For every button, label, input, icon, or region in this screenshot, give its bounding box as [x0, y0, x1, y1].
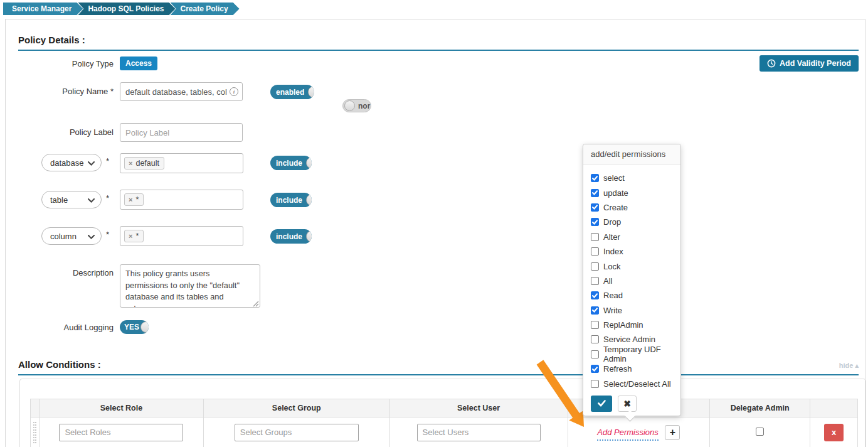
permission-item-repladmin[interactable]: ReplAdmin — [591, 318, 673, 332]
add-validity-period-button[interactable]: Add Validity Period — [760, 55, 859, 72]
checkbox-checked-icon[interactable] — [591, 306, 599, 315]
permission-item-update[interactable]: update — [591, 185, 673, 200]
resource-select-value: table — [50, 195, 68, 205]
remove-chip-icon[interactable]: × — [129, 159, 132, 167]
permission-label: Alter — [603, 232, 620, 242]
permission-label: Temporary UDF Admin — [603, 345, 673, 364]
required-asterisk: * — [106, 156, 109, 166]
add-permissions-plus-button[interactable]: + — [665, 425, 680, 440]
permission-label: Create — [603, 203, 628, 212]
checkbox-checked-icon[interactable] — [591, 174, 599, 182]
allow-conditions-title: Allow Conditions : — [18, 359, 101, 370]
required-asterisk: * — [106, 193, 109, 203]
select-roles-input[interactable] — [59, 424, 183, 441]
breadcrumb-service-manager[interactable]: Service Manager — [3, 3, 83, 15]
checkbox-unchecked-icon[interactable] — [591, 335, 599, 343]
delegate-admin-header: Delegate Admin — [710, 399, 810, 417]
info-icon[interactable]: i — [230, 87, 238, 96]
checkbox-unchecked-icon[interactable] — [591, 247, 599, 256]
checkbox-unchecked-icon[interactable] — [591, 233, 599, 241]
description-label: Description — [6, 268, 114, 277]
drag-handle-icon[interactable] — [33, 422, 36, 443]
breadcrumb-create-policy: Create Policy — [171, 3, 240, 15]
select-role-header: Select Role — [39, 399, 203, 417]
table-value-input[interactable]: × * — [120, 190, 243, 210]
remove-chip-icon[interactable]: × — [129, 232, 132, 240]
policy-enabled-toggle[interactable]: enabled — [270, 85, 314, 99]
checkbox-unchecked-icon[interactable] — [591, 262, 599, 271]
audit-logging-label: Audit Logging — [6, 323, 114, 332]
breadcrumb-hadoop-sql-policies[interactable]: Hadoop SQL Policies — [78, 3, 175, 15]
cancel-permissions-button[interactable]: ✖ — [618, 396, 637, 412]
description-textarea[interactable]: This policy grants users permissions to … — [120, 264, 260, 308]
chevron-up-icon: ▴ — [855, 362, 859, 369]
checkbox-unchecked-icon[interactable] — [591, 277, 599, 285]
column-include-toggle[interactable]: include — [270, 229, 312, 244]
permission-label: Refresh — [603, 364, 632, 374]
checkbox-unchecked-icon[interactable] — [591, 350, 599, 358]
column-value-input[interactable]: × * — [120, 226, 243, 246]
resource-type-select-column[interactable]: column — [41, 227, 102, 245]
checkbox-checked-icon[interactable] — [591, 291, 599, 299]
permission-item-lock[interactable]: Lock — [591, 259, 673, 273]
permission-item-all[interactable]: All — [591, 274, 673, 288]
enabled-toggle-label: enabled — [276, 88, 304, 97]
permission-item-write[interactable]: Write — [591, 303, 673, 318]
x-icon: x — [832, 428, 836, 437]
popup-title: add/edit permissions — [583, 144, 680, 164]
drag-handle-cell[interactable] — [31, 417, 40, 447]
permission-item-index[interactable]: Index — [591, 244, 673, 259]
checkbox-unchecked-icon[interactable] — [591, 321, 599, 329]
add-permissions-link[interactable]: Add Permissions — [597, 428, 659, 441]
checkbox-unchecked-icon[interactable] — [591, 380, 599, 388]
checkbox-checked-icon[interactable] — [591, 189, 599, 197]
drag-column-header — [31, 399, 40, 417]
resource-type-select-table[interactable]: table — [41, 191, 102, 208]
hide-section-link[interactable]: hide ▴ — [839, 362, 859, 370]
include-toggle-label: include — [276, 159, 302, 168]
select-groups-input[interactable] — [235, 424, 359, 441]
select-role-cell — [39, 417, 203, 447]
permission-item-select-deselect-all[interactable]: Select/Deselect All — [591, 376, 673, 390]
permission-label: select — [603, 173, 625, 183]
resize-grip-icon[interactable] — [253, 299, 259, 309]
permission-item-drop[interactable]: Drop — [591, 215, 673, 229]
database-include-toggle[interactable]: include — [270, 156, 312, 170]
resource-select-value: database — [50, 158, 84, 168]
checkbox-checked-icon[interactable] — [591, 203, 599, 212]
delegate-admin-checkbox[interactable] — [756, 428, 764, 436]
policy-type-badge: Access — [120, 57, 157, 70]
permission-label: ReplAdmin — [603, 320, 643, 330]
remove-chip-icon[interactable]: × — [129, 196, 132, 203]
checkbox-checked-icon[interactable] — [591, 218, 599, 226]
breadcrumb: Service Manager Hadoop SQL Policies Crea… — [3, 3, 235, 15]
delete-row-button[interactable]: x — [824, 424, 844, 441]
database-value-input[interactable]: × default — [120, 153, 243, 173]
permission-item-create[interactable]: Create — [591, 200, 673, 215]
permission-item-read[interactable]: Read — [591, 288, 673, 303]
table-header-row: Select Role Select Group Select User Del… — [31, 399, 858, 417]
permission-label: Service Admin — [603, 335, 655, 344]
checkbox-checked-icon[interactable] — [591, 365, 599, 373]
delegate-admin-cell — [710, 417, 810, 447]
permission-item-select[interactable]: select — [591, 171, 673, 185]
resource-chip[interactable]: × * — [124, 193, 144, 206]
policy-name-label: Policy Name * — [6, 87, 114, 96]
permission-item-alter[interactable]: Alter — [591, 230, 673, 244]
permission-item-temporary-udf-admin[interactable]: Temporary UDF Admin — [591, 347, 673, 362]
policy-label-input[interactable] — [120, 123, 243, 142]
table-include-toggle[interactable]: include — [270, 193, 312, 207]
condition-row: Add Permissions + x — [31, 417, 858, 447]
select-users-input[interactable] — [417, 424, 541, 441]
audit-logging-toggle[interactable]: YES — [120, 320, 149, 334]
resource-chip[interactable]: × default — [124, 157, 164, 170]
resource-type-select-database[interactable]: database — [41, 154, 102, 171]
policy-override-toggle[interactable]: nor — [342, 99, 371, 112]
toggle-knob — [344, 100, 355, 111]
annotation-arrow — [532, 359, 589, 429]
chevron-down-icon — [88, 195, 95, 205]
resource-chip[interactable]: × * — [124, 230, 144, 242]
permission-item-refresh[interactable]: Refresh — [591, 362, 673, 376]
policy-name-input[interactable] — [120, 82, 243, 101]
confirm-permissions-button[interactable] — [591, 396, 612, 412]
